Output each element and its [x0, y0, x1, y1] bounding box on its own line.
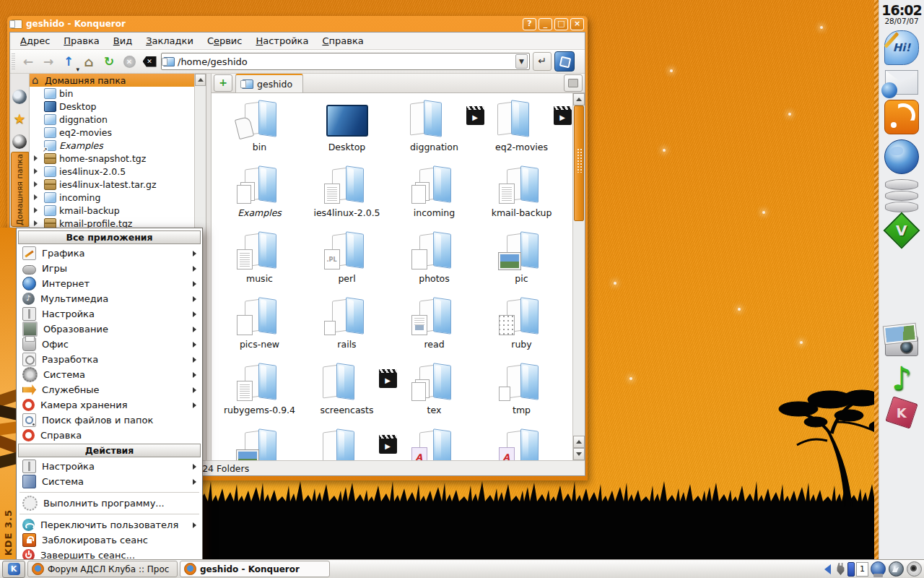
- file-item[interactable]: eq2-movies: [478, 98, 565, 163]
- file-item[interactable]: tex: [391, 361, 478, 426]
- tab-geshido[interactable]: geshido: [235, 74, 303, 92]
- tree-item[interactable]: ies4linux-2.0.5: [30, 165, 195, 178]
- scroll-down-button[interactable]: [573, 448, 585, 460]
- digikam-icon[interactable]: [885, 336, 918, 356]
- kmenu-item[interactable]: Игры: [18, 261, 201, 276]
- file-item[interactable]: kmail-backup: [478, 163, 565, 229]
- sidebar-bookmarks-icon[interactable]: ★: [12, 111, 27, 126]
- file-item[interactable]: music: [216, 229, 303, 295]
- clock-applet[interactable]: 16:02 28/07/07: [879, 2, 924, 25]
- up-button[interactable]: ↑: [60, 53, 77, 70]
- file-item[interactable]: rails: [303, 295, 391, 361]
- task-button[interactable]: geshido - Konqueror: [180, 561, 330, 577]
- file-item[interactable]: [303, 426, 391, 460]
- kmenu-action-item[interactable]: Выполнить программу...: [18, 496, 201, 511]
- file-item[interactable]: photos: [391, 229, 478, 295]
- tree-item[interactable]: Домашняя папка: [30, 74, 195, 87]
- file-item[interactable]: [391, 426, 478, 460]
- kmenu-action-item[interactable]: Заблокировать сеанс: [18, 532, 201, 548]
- tree-item[interactable]: incoming: [30, 191, 195, 204]
- task-button[interactable]: Форум АДСЛ Клуба :: Прос: [27, 561, 178, 577]
- akregator-icon[interactable]: [884, 100, 919, 134]
- kmenu-item[interactable]: Разработка: [18, 352, 201, 367]
- file-item[interactable]: pics-new: [216, 295, 303, 361]
- file-item[interactable]: incoming: [391, 163, 478, 229]
- menu-item[interactable]: Вид: [113, 35, 132, 46]
- kmenu-item[interactable]: Справка: [18, 428, 201, 443]
- location-text[interactable]: /home/geshido: [178, 56, 248, 67]
- file-item[interactable]: Examples: [216, 163, 303, 229]
- location-dropdown-button[interactable]: ▼: [515, 54, 528, 69]
- sidebar-history-wolf-icon[interactable]: [12, 90, 27, 104]
- expander-icon[interactable]: [34, 155, 38, 161]
- hide-panel-arrow[interactable]: [824, 564, 831, 574]
- menu-item[interactable]: Адрес: [20, 35, 50, 46]
- kmenu-item[interactable]: Система: [18, 367, 201, 382]
- file-item[interactable]: ruby: [478, 295, 565, 361]
- tree-scroll-up-button[interactable]: [195, 74, 206, 86]
- tree-item[interactable]: eq2-movies: [30, 126, 195, 139]
- stop-button[interactable]: ✕: [121, 53, 138, 70]
- sidebar-tab-home[interactable]: Домашняя папка: [11, 152, 29, 227]
- file-item[interactable]: ies4linux-2.0.5: [303, 163, 391, 229]
- network-tray-icon[interactable]: [871, 561, 886, 577]
- menu-item[interactable]: Настройка: [256, 35, 308, 46]
- file-item[interactable]: rubygems-0.9.4: [216, 361, 303, 426]
- minimize-button[interactable]: _: [539, 18, 552, 30]
- menu-item[interactable]: Закладки: [146, 35, 193, 46]
- back-button[interactable]: ←: [19, 53, 37, 70]
- go-button[interactable]: ↵: [533, 52, 552, 71]
- kopete-icon[interactable]: Hi!: [884, 30, 919, 65]
- kmenu-action-item[interactable]: Система: [18, 474, 201, 489]
- forward-button[interactable]: →: [40, 53, 57, 70]
- tree-item[interactable]: ies4linux-latest.tar.gz: [30, 178, 195, 191]
- close-button[interactable]: ×: [570, 18, 584, 30]
- tree-item[interactable]: diggnation: [30, 113, 195, 126]
- scroll-up-button-2[interactable]: [573, 436, 585, 448]
- power-plug-icon[interactable]: [836, 563, 845, 575]
- tree-item[interactable]: bin: [30, 87, 195, 100]
- kmenu-action-item[interactable]: Переключить пользователя: [18, 517, 201, 532]
- kmenu-item[interactable]: Служебные: [18, 382, 201, 397]
- file-item[interactable]: tmp: [478, 361, 565, 426]
- tree-item[interactable]: Examples: [30, 139, 195, 152]
- amarok-wolf-icon[interactable]: [889, 561, 904, 577]
- window-titlebar[interactable]: geshido - Konqueror ? _ □ ×: [9, 16, 585, 32]
- expander-icon[interactable]: [34, 194, 38, 200]
- pager-desktop-number[interactable]: 1: [856, 562, 868, 577]
- file-item[interactable]: [216, 426, 303, 460]
- file-item[interactable]: perl: [303, 229, 391, 295]
- kmenu-item[interactable]: Настройка: [18, 306, 201, 322]
- kmenu-item[interactable]: Поиск файлов и папок: [18, 413, 201, 428]
- new-tab-button[interactable]: +: [214, 74, 232, 92]
- kmenu-action-item[interactable]: Настройка: [18, 459, 201, 474]
- panel-splitter[interactable]: [206, 74, 212, 460]
- music-note-icon[interactable]: ♪: [885, 361, 918, 394]
- file-item[interactable]: pic: [478, 229, 565, 295]
- scrollbar-thumb[interactable]: [574, 105, 584, 221]
- home-button[interactable]: ⌂: [80, 53, 97, 70]
- kmenu-item[interactable]: Мультимедиа: [18, 291, 201, 306]
- menu-item[interactable]: Сервис: [207, 35, 243, 46]
- file-item[interactable]: diggnation: [391, 98, 478, 163]
- clear-location-button[interactable]: ✕: [141, 53, 158, 70]
- file-item[interactable]: [478, 426, 565, 460]
- file-item[interactable]: read: [391, 295, 478, 361]
- close-tab-button[interactable]: [564, 74, 583, 92]
- storage-icon[interactable]: [885, 179, 918, 212]
- kmenu-item[interactable]: Интернет: [18, 276, 201, 291]
- kde-menu-button[interactable]: K: [2, 561, 25, 578]
- expander-icon[interactable]: [34, 207, 38, 213]
- file-item[interactable]: Desktop: [303, 98, 391, 163]
- scroll-up-button[interactable]: [573, 93, 585, 105]
- konqueror-globe-icon[interactable]: [884, 139, 919, 174]
- tree-item[interactable]: home-snapshot.tgz: [30, 152, 195, 165]
- pager-active-desktop[interactable]: [847, 562, 855, 577]
- maximize-button[interactable]: □: [554, 18, 568, 30]
- reload-button[interactable]: ↻: [100, 53, 118, 70]
- kmenu-item[interactable]: Офис: [18, 337, 201, 352]
- file-item[interactable]: screencasts: [303, 361, 391, 426]
- expander-icon[interactable]: [34, 181, 38, 187]
- kmenu-item[interactable]: Камера хранения: [18, 397, 201, 413]
- menu-item[interactable]: Правка: [64, 35, 99, 46]
